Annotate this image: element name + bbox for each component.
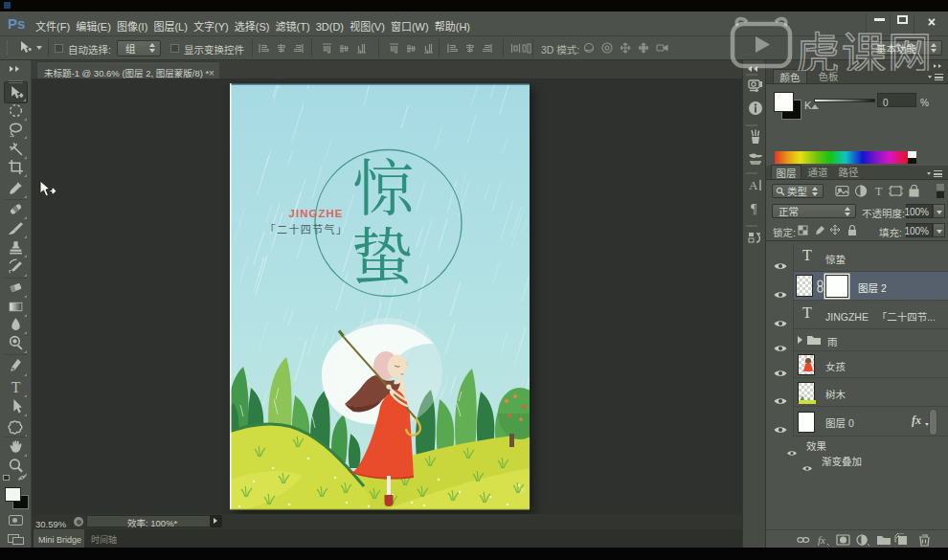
svg-text:¶: ¶ (751, 202, 757, 216)
svg-text:fx: fx (818, 534, 825, 546)
svg-text:T: T (875, 185, 883, 197)
svg-text:T: T (11, 379, 20, 395)
svg-text:虎课网: 虎课网 (796, 18, 934, 71)
svg-text:「二十四节气」: 「二十四节气」 (265, 221, 349, 236)
svg-text:蛰: 蛰 (351, 208, 413, 296)
svg-text:JI: JI (519, 486, 525, 495)
svg-text:A: A (749, 178, 758, 192)
svg-text:JINGZHE: JINGZHE (289, 208, 344, 219)
